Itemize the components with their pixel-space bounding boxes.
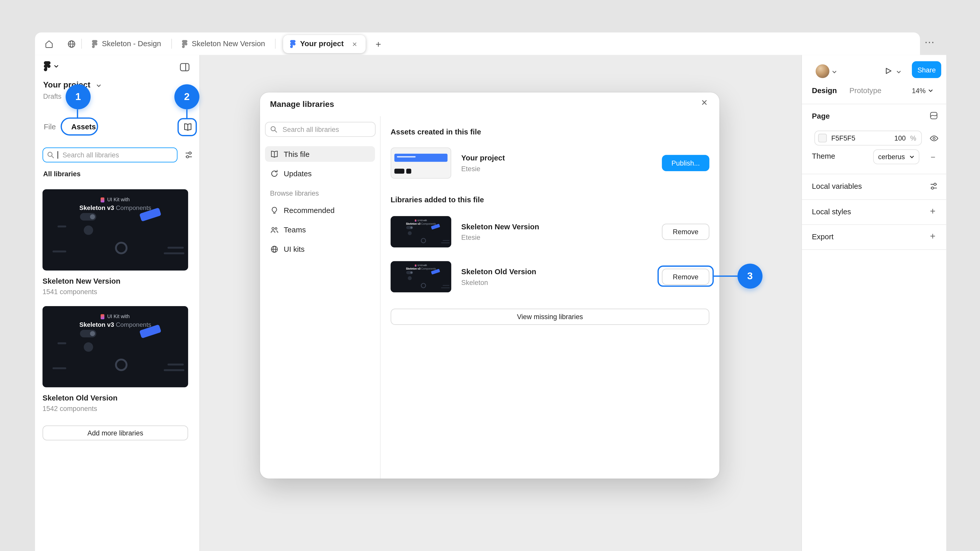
add-style-button[interactable]: +	[930, 207, 935, 216]
thumb-badge: UI Kit with	[107, 197, 130, 202]
window-more-icon[interactable]: ⋯	[924, 36, 935, 48]
skeleton-toggle-shape	[80, 213, 96, 221]
tab-divider	[275, 39, 275, 49]
section-title: All libraries	[43, 170, 81, 177]
color-swatch[interactable]	[818, 134, 827, 142]
text-caret	[57, 151, 58, 159]
figma-menu-button[interactable]	[44, 61, 59, 71]
project-location: Drafts	[43, 92, 62, 100]
library-card-title: Skeleton Old Version	[43, 394, 188, 402]
remove-button[interactable]: Remove	[662, 224, 709, 240]
tab-label: Your project	[300, 39, 344, 48]
library-card-meta: 1541 components	[43, 288, 188, 295]
toggle-panel-icon[interactable]	[180, 62, 190, 73]
screenshot-root: Skeleton - Design Skeleton New Version Y…	[0, 0, 980, 551]
search-input[interactable]	[61, 151, 173, 159]
percent-sign: %	[910, 135, 916, 142]
file-title: Your project	[461, 154, 662, 162]
local-variables-label: Local variables	[812, 183, 862, 191]
tab-design[interactable]: Design	[812, 86, 837, 95]
thumb-subtitle: Components	[116, 204, 151, 211]
tab-skeleton-design[interactable]: Skeleton - Design	[83, 32, 170, 55]
skeleton-avatar-shape	[84, 342, 93, 352]
chevron-down-icon[interactable]	[896, 69, 901, 75]
theme-dropdown[interactable]: cerberus	[873, 149, 919, 164]
skeleton-ring-shape	[115, 359, 127, 371]
remove-theme-button[interactable]: −	[931, 149, 935, 164]
local-styles-label: Local styles	[812, 208, 851, 216]
figma-file-icon	[92, 40, 97, 48]
library-thumbnail[interactable]: UI Kit with Skeleton v3 Components	[43, 306, 188, 387]
tab-label: Skeleton - Design	[102, 39, 161, 48]
modal-search-box	[265, 122, 375, 137]
divider	[802, 174, 946, 174]
thumb-subtitle: Components	[116, 321, 151, 328]
color-hex-value[interactable]: F5F5F5	[831, 135, 890, 142]
chevron-down-icon	[928, 88, 933, 93]
tab-bar: Skeleton - Design Skeleton New Version Y…	[35, 32, 920, 55]
nav-label: This file	[284, 150, 310, 159]
nav-teams[interactable]: Teams	[265, 222, 375, 237]
present-play-icon[interactable]	[884, 67, 892, 75]
annotation-connector-3	[714, 275, 738, 277]
nav-label: UI kits	[284, 245, 305, 253]
right-panel: Share Design Prototype 14% Page F5F5F5 1…	[801, 55, 946, 551]
nav-label: Recommended	[284, 206, 334, 214]
filter-sliders-icon[interactable]	[184, 151, 193, 159]
modal-nav: This file Updates Browse libraries Recom…	[260, 116, 381, 478]
figma-file-icon	[182, 40, 187, 48]
avatar[interactable]	[816, 64, 829, 78]
chevron-down-icon[interactable]	[832, 69, 837, 75]
nav-ui-kits[interactable]: UI kits	[265, 241, 375, 257]
add-export-button[interactable]: +	[930, 232, 935, 241]
search-icon	[47, 151, 54, 159]
nav-recommended[interactable]: Recommended	[265, 202, 375, 218]
thumb-logo-icon	[101, 197, 105, 202]
modal-title: Manage libraries	[270, 99, 334, 109]
eye-icon[interactable]	[929, 134, 939, 143]
nav-updates[interactable]: Updates	[265, 165, 375, 181]
library-card: UI Kit with Skeleton v3 Components Skele…	[43, 306, 188, 412]
tab-file[interactable]: File	[44, 119, 56, 135]
page-color-field[interactable]: F5F5F5 100 %	[815, 130, 922, 146]
file-row: Your project Etesie Publish...	[391, 148, 710, 179]
library-title: Skeleton Old Version	[461, 267, 662, 276]
chevron-down-icon[interactable]	[96, 83, 101, 88]
annotation-highlight-library-icon	[178, 118, 197, 136]
library-subtitle: Skeleton	[461, 279, 662, 286]
tab-your-project[interactable]: Your project ×	[283, 35, 366, 53]
tab-skeleton-new-version[interactable]: Skeleton New Version	[173, 32, 274, 55]
library-subtitle: Etesie	[461, 233, 662, 241]
new-tab-button[interactable]: +	[375, 38, 381, 49]
opacity-value[interactable]: 100	[894, 135, 906, 142]
close-icon[interactable]: ×	[351, 39, 359, 48]
annotation-highlight-assets	[61, 118, 98, 135]
page-styles-icon[interactable]	[929, 111, 938, 120]
chevron-down-icon	[909, 154, 915, 159]
file-subtitle: Etesie	[461, 165, 662, 172]
community-globe-icon[interactable]	[62, 36, 80, 52]
publish-button[interactable]: Publish...	[662, 155, 709, 171]
section-assets-created: Assets created in this file	[391, 127, 481, 136]
tab-prototype[interactable]: Prototype	[850, 86, 881, 95]
nav-this-file[interactable]: This file	[265, 146, 375, 162]
share-button[interactable]: Share	[912, 61, 941, 78]
home-icon[interactable]	[40, 36, 58, 52]
left-sidebar: Your project Drafts File Assets All libr…	[35, 55, 200, 551]
library-thumbnail[interactable]: UI Kit with Skeleton v3 Components	[43, 189, 188, 270]
divider	[802, 224, 946, 225]
view-missing-libraries-button[interactable]: View missing libraries	[391, 309, 710, 325]
tab-divider	[81, 39, 82, 49]
divider	[802, 104, 946, 104]
section-libraries-added: Libraries added to this file	[391, 196, 484, 204]
variables-sliders-icon[interactable]	[929, 182, 938, 191]
modal-search-input[interactable]	[281, 125, 371, 134]
add-more-libraries-button[interactable]: Add more libraries	[43, 426, 188, 441]
zoom-control[interactable]: 14%	[912, 87, 933, 94]
close-icon[interactable]: ×	[698, 97, 711, 110]
library-card-meta: 1542 components	[43, 405, 188, 412]
library-title: Skeleton New Version	[461, 222, 662, 231]
library-thumbnail: UI Kit with Skeleton v3 Components	[391, 261, 452, 292]
theme-value: cerberus	[878, 153, 905, 160]
modal-content: Assets created in this file Your project…	[380, 116, 719, 478]
